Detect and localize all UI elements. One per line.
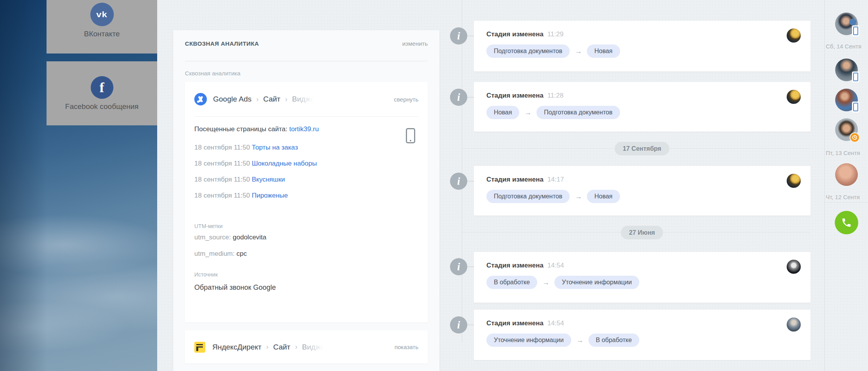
arrow-icon: →	[524, 109, 531, 117]
connect-tile-facebook[interactable]: f Facebook сообщения	[47, 61, 157, 125]
utm-row: utm_medium: cpc	[194, 246, 418, 262]
avatar[interactable]	[835, 118, 858, 141]
arrow-icon: →	[575, 47, 582, 55]
collapse-link[interactable]: свернуть	[394, 96, 418, 103]
breadcrumb-separator: ›	[256, 95, 258, 103]
visited-page-row: 18 сентября 11:50 Торты на заказ	[194, 139, 418, 155]
timeline-event-card[interactable]: Стадия изменена11:28 Новая → Подготовка …	[474, 82, 811, 132]
stage-to-pill: Подготовка документов	[536, 106, 620, 119]
smartphone-icon	[406, 128, 415, 143]
page-datetime: 18 сентября 11:50	[194, 176, 250, 183]
google-ads-source-card: Google Ads › Сайт › Видже свернуть Посещ…	[185, 82, 428, 323]
crm-lead-screen: vk ВКонтакте f Facebook сообщения СКВОЗН…	[0, 0, 868, 371]
phone-icon	[841, 217, 852, 228]
event-time: 11:28	[547, 92, 563, 99]
yandex-direct-source-card: ЯндексДирект › Сайт › Видже показать	[185, 330, 428, 364]
page-link[interactable]: Шоколадные наборы	[252, 160, 317, 167]
utm-value: cpc	[237, 250, 247, 257]
rail-date-label: Сб, 14 Сентя	[826, 43, 861, 50]
site-link[interactable]: tortik39.ru	[289, 125, 319, 133]
avatar	[787, 260, 801, 274]
source-name[interactable]: Google Ads	[213, 95, 251, 103]
vk-icon: vk	[90, 3, 114, 26]
info-icon: i	[450, 27, 467, 45]
avatar[interactable]	[835, 89, 858, 111]
event-time: 14:54	[547, 319, 564, 327]
utm-value: godolcevita	[233, 234, 266, 241]
timeline-connector	[467, 181, 474, 182]
edit-link[interactable]: изменить	[402, 40, 428, 47]
arrow-icon: →	[576, 336, 583, 344]
breadcrumb-separator: ›	[285, 95, 287, 103]
source-breadcrumb-row: ЯндексДирект › Сайт › Видже показать	[194, 342, 418, 353]
utm-key: utm_medium:	[194, 250, 235, 257]
rail-date-label: Пт, 13 Сентя	[826, 150, 860, 156]
source-name[interactable]: ЯндексДирект	[212, 343, 262, 351]
breadcrumb-step[interactable]: Сайт	[273, 343, 291, 351]
stage-from-pill: Уточнение информации	[486, 334, 571, 347]
stage-from-pill: В обработке	[486, 276, 537, 289]
date-divider-pill: 27 Июня	[621, 226, 663, 239]
stage-from-pill: Подготовка документов	[486, 45, 570, 58]
connect-tile-label: ВКонтакте	[84, 30, 120, 38]
phone-icon	[852, 25, 859, 36]
visited-page-row: 18 сентября 11:50 Вкусняшки	[194, 171, 418, 187]
breadcrumb-step-truncated[interactable]: Видже	[292, 95, 315, 103]
avatar[interactable]	[835, 12, 858, 35]
google-ads-icon	[194, 93, 207, 105]
event-title: Стадия изменена	[486, 262, 543, 269]
timeline-line	[462, 0, 462, 343]
stage-to-pill: Новая	[587, 190, 620, 203]
timeline-event-card[interactable]: Стадия изменена11:29 Подготовка документ…	[474, 21, 811, 71]
info-icon: i	[450, 258, 467, 275]
breadcrumb-step-truncated[interactable]: Видже	[302, 343, 325, 351]
event-title: Стадия изменена	[486, 30, 543, 38]
analytics-panel: СКВОЗНАЯ АНАЛИТИКА изменить Сквозная ана…	[173, 30, 439, 371]
event-title: Стадия изменена	[486, 176, 543, 183]
source-breadcrumb-row: Google Ads › Сайт › Видже свернуть	[194, 82, 418, 105]
stage-to-pill: Уточнение информации	[554, 276, 639, 289]
visited-pages-list: 18 сентября 11:50 Торты на заказ 18 сент…	[194, 139, 418, 203]
visited-page-row: 18 сентября 11:50 Шоколадные наборы	[194, 155, 418, 171]
page-link[interactable]: Пироженые	[252, 192, 288, 199]
timeline-event-card[interactable]: Стадия изменена14:54 Уточнение информаци…	[474, 310, 811, 360]
visited-pages-label: Посещенные страницы сайта:	[194, 125, 287, 133]
avatar[interactable]	[835, 163, 858, 186]
page-link[interactable]: Торты на заказ	[252, 144, 298, 151]
page-datetime: 18 сентября 11:50	[194, 160, 250, 167]
utm-key: utm_source:	[194, 234, 231, 241]
timeline-event-card[interactable]: Стадия изменена14:17 Подготовка документ…	[474, 166, 811, 216]
page-datetime: 18 сентября 11:50	[194, 144, 250, 151]
divider	[194, 116, 418, 117]
avatar	[787, 174, 801, 188]
info-icon: i	[450, 316, 467, 334]
timeline-connector	[467, 266, 474, 267]
arrow-icon: →	[542, 278, 549, 287]
stage-to-pill: Новая	[587, 45, 620, 58]
connect-tile-vkontakte[interactable]: vk ВКонтакте	[47, 0, 157, 54]
page-datetime: 18 сентября 11:50	[194, 192, 250, 199]
avatar[interactable]	[835, 59, 858, 81]
source-section-label: Источник	[194, 271, 418, 278]
phone-icon	[852, 71, 859, 82]
rail-divider	[824, 0, 825, 371]
info-icon: i	[450, 173, 467, 190]
page-link[interactable]: Вкусняшки	[252, 176, 285, 183]
stage-to-pill: В обработке	[588, 334, 639, 347]
avatar	[787, 29, 801, 43]
breadcrumb-step[interactable]: Сайт	[263, 95, 280, 103]
stage-from-pill: Новая	[486, 106, 519, 119]
timeline-connector	[467, 325, 474, 325]
show-link[interactable]: показать	[395, 344, 418, 350]
timeline-event-card[interactable]: Стадия изменена14:54 В обработке → Уточн…	[474, 252, 811, 303]
event-time: 14:54	[547, 262, 564, 269]
phone-icon	[852, 102, 859, 112]
breadcrumb-separator: ›	[295, 343, 298, 351]
arrow-icon: →	[575, 193, 582, 201]
avatar	[787, 90, 801, 104]
utm-row: utm_source: godolcevita	[194, 229, 418, 246]
background-photo	[0, 0, 157, 371]
avatar	[787, 317, 801, 332]
timeline-connector	[467, 36, 474, 36]
call-button[interactable]	[835, 211, 858, 234]
